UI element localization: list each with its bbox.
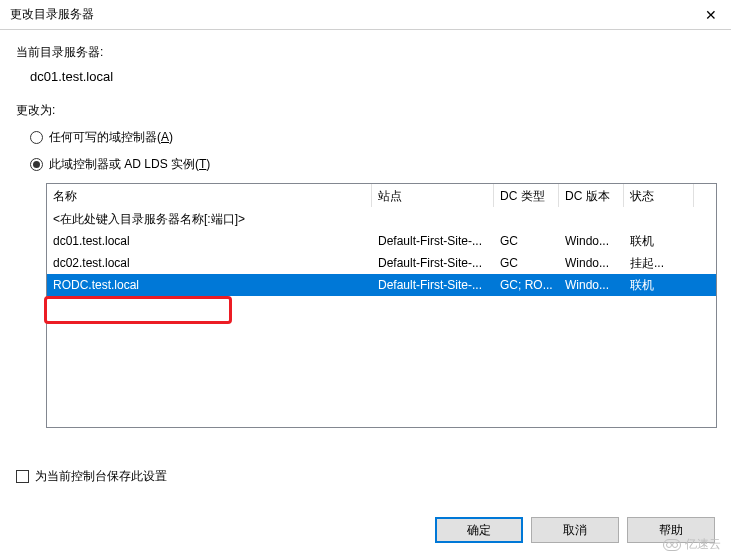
col-header-dcver[interactable]: DC 版本 xyxy=(559,184,624,207)
dialog-title: 更改目录服务器 xyxy=(10,6,94,23)
list-body: <在此处键入目录服务器名称[:端口]> dc01.test.local Defa… xyxy=(47,208,716,296)
close-icon[interactable]: ✕ xyxy=(699,3,723,27)
list-header[interactable]: 名称 站点 DC 类型 DC 版本 状态 xyxy=(47,184,716,208)
cell-status: 联机 xyxy=(624,275,694,296)
col-header-dctype[interactable]: DC 类型 xyxy=(494,184,559,207)
cell-name: dc01.test.local xyxy=(47,232,372,250)
cell-dctype: GC xyxy=(494,254,559,272)
radio-group: 任何可写的域控制器(A) 此域控制器或 AD LDS 实例(T) xyxy=(30,129,715,173)
cancel-button[interactable]: 取消 xyxy=(531,517,619,543)
dialog-content: 当前目录服务器: dc01.test.local 更改为: 任何可写的域控制器(… xyxy=(0,30,731,428)
radio-any-writable-label: 任何可写的域控制器(A) xyxy=(49,129,173,146)
cell-dctype: GC xyxy=(494,232,559,250)
cell-site: Default-First-Site-... xyxy=(372,254,494,272)
radio-this-dc-label: 此域控制器或 AD LDS 实例(T) xyxy=(49,156,210,173)
cell-dcver: Windo... xyxy=(559,232,624,250)
cell-site: Default-First-Site-... xyxy=(372,232,494,250)
list-input-row[interactable]: <在此处键入目录服务器名称[:端口]> xyxy=(47,208,716,230)
col-header-name[interactable]: 名称 xyxy=(47,184,372,207)
titlebar: 更改目录服务器 ✕ xyxy=(0,0,731,30)
radio-icon xyxy=(30,158,43,171)
save-setting-checkbox[interactable]: 为当前控制台保存此设置 xyxy=(16,468,167,485)
save-setting-label: 为当前控制台保存此设置 xyxy=(35,468,167,485)
checkbox-icon xyxy=(16,470,29,483)
help-button[interactable]: 帮助 xyxy=(627,517,715,543)
cell-name: RODC.test.local xyxy=(47,276,372,294)
cell-name: dc02.test.local xyxy=(47,254,372,272)
list-input-cell[interactable]: <在此处键入目录服务器名称[:端口]> xyxy=(47,209,372,230)
list-row-selected[interactable]: RODC.test.local Default-First-Site-... G… xyxy=(47,274,716,296)
col-header-status[interactable]: 状态 xyxy=(624,184,694,207)
change-to-label: 更改为: xyxy=(16,102,715,119)
list-row[interactable]: dc01.test.local Default-First-Site-... G… xyxy=(47,230,716,252)
cell-dcver: Windo... xyxy=(559,276,624,294)
ok-button[interactable]: 确定 xyxy=(435,517,523,543)
cell-status: 挂起... xyxy=(624,253,694,274)
radio-any-writable[interactable]: 任何可写的域控制器(A) xyxy=(30,129,715,146)
list-row[interactable]: dc02.test.local Default-First-Site-... G… xyxy=(47,252,716,274)
server-list[interactable]: 名称 站点 DC 类型 DC 版本 状态 <在此处键入目录服务器名称[:端口]>… xyxy=(46,183,717,428)
cell-status: 联机 xyxy=(624,231,694,252)
current-server-value: dc01.test.local xyxy=(30,69,715,84)
cell-dcver: Windo... xyxy=(559,254,624,272)
col-header-site[interactable]: 站点 xyxy=(372,184,494,207)
radio-this-dc[interactable]: 此域控制器或 AD LDS 实例(T) xyxy=(30,156,715,173)
cell-site: Default-First-Site-... xyxy=(372,276,494,294)
button-bar: 确定 取消 帮助 xyxy=(435,517,715,543)
cell-dctype: GC; RO... xyxy=(494,276,559,294)
current-server-label: 当前目录服务器: xyxy=(16,44,715,61)
radio-icon xyxy=(30,131,43,144)
